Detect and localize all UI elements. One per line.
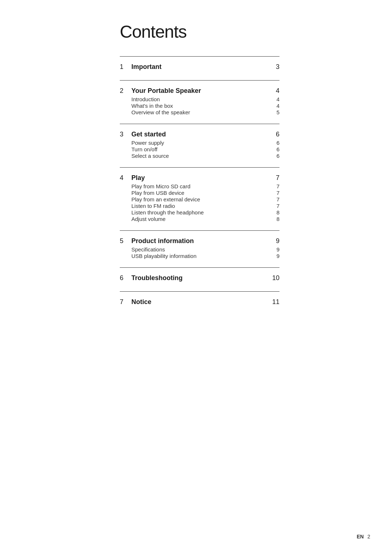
toc-subitem-page: 6 [272,140,279,146]
toc-subitem: Power supply6 [120,140,279,146]
toc-subitem-label: Power supply [131,140,164,146]
toc-subitem-page: 4 [272,96,279,102]
toc-subitem-page: 9 [272,246,279,253]
toc-section: 1Important3 [120,56,279,80]
toc-subitem-page: 4 [272,103,279,109]
toc-main-row: 6Troubleshooting10 [120,274,279,282]
toc-section: 3Get started6Power supply6Turn on/off6Se… [120,124,279,167]
table-of-contents: 1Important32Your Portable Speaker4Introd… [120,56,279,315]
toc-subitem-label: What's in the box [131,103,173,109]
toc-subitem: Listen through the headphone8 [120,209,279,216]
toc-section-number: 5 [120,237,126,245]
toc-subitem: Listen to FM radio7 [120,203,279,209]
toc-main-row: 1Important3 [120,63,279,71]
toc-section: 7Notice11 [120,291,279,315]
toc-section-number: 2 [120,87,126,95]
toc-subitem-label: Overview of the speaker [131,109,190,115]
toc-subitem-page: 7 [272,203,279,209]
toc-subitem-page: 8 [272,209,279,216]
toc-section-page: 9 [272,237,279,245]
toc-section-page: 6 [272,131,279,138]
toc-section-heading: Troubleshooting [131,274,183,282]
toc-subitem-label: Listen through the headphone [131,209,204,216]
toc-subitem: Turn on/off6 [120,146,279,152]
toc-section-page: 3 [272,63,279,71]
toc-section-number: 4 [120,174,126,182]
toc-subitem: Select a source6 [120,153,279,159]
toc-subitem-label: Listen to FM radio [131,203,175,209]
toc-section-heading: Notice [131,298,151,306]
toc-subitem-page: 7 [272,190,279,196]
toc-section-number: 7 [120,298,126,306]
toc-subitem: Specifications9 [120,246,279,253]
toc-main-row: 3Get started6 [120,131,279,138]
toc-subitem-label: Turn on/off [131,146,158,152]
toc-subitem-label: Play from Micro SD card [131,183,191,189]
toc-subitem: Play from USB device7 [120,190,279,196]
footer-page-number: 2 [367,534,370,539]
toc-subitem: Introduction4 [120,96,279,102]
toc-subitem: Overview of the speaker5 [120,109,279,115]
toc-subitem-label: USB playability information [131,253,196,259]
toc-main-row: 4Play7 [120,174,279,182]
toc-subitem-page: 7 [272,183,279,189]
toc-subitem-label: Play from an external device [131,196,200,202]
toc-subitem-page: 6 [272,153,279,159]
toc-section-heading: Product information [131,237,194,245]
toc-subitem: Adjust volume8 [120,216,279,222]
toc-section-number: 3 [120,131,126,138]
page-footer: EN 2 [357,534,370,539]
toc-main-row: 7Notice11 [120,298,279,306]
toc-subitem-label: Specifications [131,246,165,253]
toc-subitem-label: Adjust volume [131,216,166,222]
toc-subitem: What's in the box4 [120,103,279,109]
toc-section-page: 10 [272,274,279,282]
toc-subitem-page: 9 [272,253,279,259]
toc-section: 4Play7Play from Micro SD card7Play from … [120,167,279,230]
toc-subitem: USB playability information9 [120,253,279,259]
toc-subitem: Play from Micro SD card7 [120,183,279,189]
toc-subitem-page: 6 [272,146,279,152]
toc-section-heading: Play [131,174,145,182]
toc-section-number: 6 [120,274,126,282]
toc-subitem-page: 5 [272,109,279,115]
toc-subitem-page: 7 [272,196,279,202]
toc-section: 5Product information9Specifications9USB … [120,230,279,267]
footer-language: EN [357,534,364,539]
toc-section-heading: Your Portable Speaker [131,87,201,95]
toc-section-page: 4 [272,87,279,95]
toc-section-page: 11 [272,298,279,306]
page-title: Contents [120,22,279,42]
toc-section: 6Troubleshooting10 [120,267,279,291]
toc-subitem-label: Play from USB device [131,190,184,196]
toc-subitem: Play from an external device7 [120,196,279,202]
toc-section-heading: Important [131,63,162,71]
toc-main-row: 2Your Portable Speaker4 [120,87,279,95]
toc-section-heading: Get started [131,131,166,138]
toc-subitem-page: 8 [272,216,279,222]
toc-section: 2Your Portable Speaker4Introduction4What… [120,80,279,124]
toc-section-page: 7 [272,174,279,182]
toc-subitem-label: Introduction [131,96,160,102]
toc-main-row: 5Product information9 [120,237,279,245]
toc-subitem-label: Select a source [131,153,169,159]
toc-section-number: 1 [120,63,126,71]
